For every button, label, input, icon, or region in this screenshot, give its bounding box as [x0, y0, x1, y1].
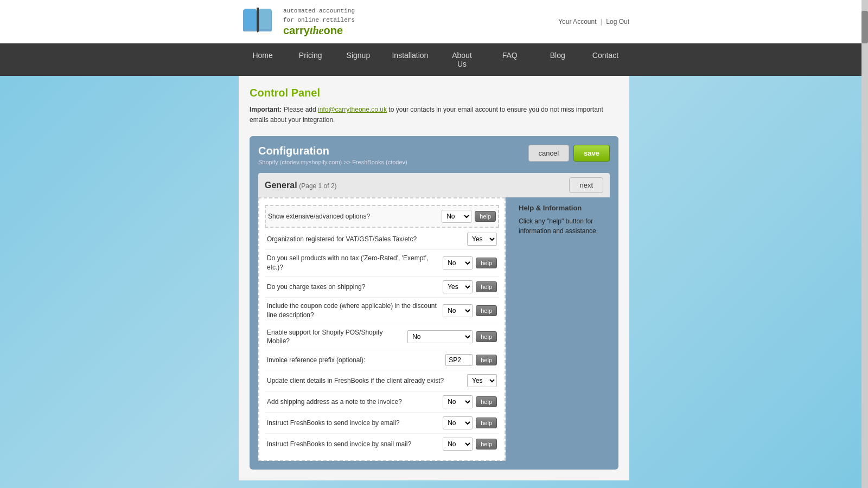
save-button[interactable]: save [573, 145, 610, 162]
table-row: Instruct FreshBooks to send invoice by s… [265, 434, 499, 454]
select-vat[interactable]: Yes No [467, 233, 497, 246]
nav-item-signup[interactable]: Signup [334, 43, 382, 76]
help-button-coupon[interactable]: help [476, 305, 497, 316]
help-button-zero-rated[interactable]: help [476, 258, 497, 268]
table-row: Include the coupon code (where applicabl… [265, 298, 499, 324]
scrollbar[interactable] [861, 0, 868, 488]
select-zero-rated[interactable]: No Yes [443, 256, 473, 269]
table-row: Show extensive/advanced options? No Yes … [265, 205, 499, 228]
nav-item-blog[interactable]: Blog [534, 43, 582, 76]
form-section: Show extensive/advanced options? No Yes … [258, 197, 506, 461]
header-links: Your Account | Log Out [558, 18, 629, 25]
form-label-vat: Organization registered for VAT/GST/Sale… [267, 235, 463, 244]
form-label-extensive: Show extensive/advanced options? [268, 212, 437, 221]
scrollbar-thumb[interactable] [861, 11, 868, 43]
configuration-box: Configuration Shopify (ctodev.myshopify.… [250, 136, 618, 470]
config-title: Configuration [258, 145, 407, 157]
table-row: Update client details in FreshBooks if t… [265, 370, 499, 391]
nav-item-installation[interactable]: Installation [382, 43, 438, 76]
table-row: Do you charge taxes on shipping? Yes No … [265, 277, 499, 298]
form-label-invoice-prefix: Invoice reference prefix (optional): [267, 356, 441, 365]
log-out-link[interactable]: Log Out [606, 18, 629, 25]
page-title: Control Panel [250, 87, 618, 99]
help-button-send-snail[interactable]: help [476, 439, 497, 450]
help-button-extensive[interactable]: help [475, 211, 496, 222]
help-button-shipping-note[interactable]: help [476, 396, 497, 407]
select-shipping-note[interactable]: No Yes [443, 395, 473, 408]
table-row: Do you sell products with no tax ('Zero-… [265, 250, 499, 277]
important-email-link[interactable]: info@carrytheone.co.uk [318, 106, 387, 113]
select-tax-shipping[interactable]: Yes No [443, 280, 473, 293]
tagline: automated accounting for online retailer… [283, 7, 355, 24]
form-label-shipping-note: Add shipping address as a note to the in… [267, 397, 438, 407]
form-label-send-snail: Instruct FreshBooks to send invoice by s… [267, 440, 438, 449]
help-panel: Help & Information Click any "help" butt… [512, 197, 610, 461]
table-row: Add shipping address as a note to the in… [265, 391, 499, 413]
general-title: General [265, 181, 297, 190]
select-send-snail[interactable]: No Yes [443, 438, 473, 451]
general-section-header: General (Page 1 of 2) next [258, 173, 610, 197]
select-coupon[interactable]: No Yes [443, 304, 473, 317]
help-button-tax-shipping[interactable]: help [476, 281, 497, 292]
next-button[interactable]: next [569, 177, 603, 193]
input-invoice-prefix[interactable] [445, 354, 473, 366]
your-account-link[interactable]: Your Account [558, 18, 596, 25]
table-row: Instruct FreshBooks to send invoice by e… [265, 413, 499, 434]
help-button-send-email[interactable]: help [476, 418, 497, 428]
svg-rect-3 [259, 9, 271, 29]
cancel-button[interactable]: cancel [528, 145, 570, 162]
nav-item-about[interactable]: About Us [438, 43, 486, 76]
help-panel-title: Help & Information [519, 204, 603, 212]
nav-item-home[interactable]: Home [239, 43, 286, 76]
table-row: Invoice reference prefix (optional): hel… [265, 350, 499, 370]
form-label-zero-rated: Do you sell products with no tax ('Zero-… [267, 254, 438, 272]
form-label-send-email: Instruct FreshBooks to send invoice by e… [267, 419, 438, 428]
help-button-shopify-pos[interactable]: help [476, 331, 497, 342]
select-shopify-pos[interactable]: No Yes [407, 330, 473, 343]
general-page-label: (Page 1 of 2) [299, 182, 336, 190]
help-panel-text: Click any "help" button for information … [519, 216, 603, 236]
config-subtitle: Shopify (ctodev.myshopify.com) >> FreshB… [258, 159, 407, 165]
svg-rect-1 [244, 9, 256, 29]
help-button-invoice-prefix[interactable]: help [476, 355, 497, 365]
nav-item-contact[interactable]: Contact [582, 43, 629, 76]
select-send-email[interactable]: No Yes [443, 416, 473, 429]
nav-item-pricing[interactable]: Pricing [286, 43, 334, 76]
select-extensive[interactable]: No Yes [442, 210, 471, 223]
select-update-client[interactable]: Yes No [467, 374, 497, 387]
logo-book-icon [239, 5, 277, 38]
table-row: Enable support for Shopify POS/Shopify M… [265, 324, 499, 351]
form-label-tax-shipping: Do you charge taxes on shipping? [267, 282, 438, 292]
form-label-coupon: Include the coupon code (where applicabl… [267, 301, 438, 320]
logo-brand: carrytheone [283, 24, 355, 37]
important-notice: Important: Please add info@carrytheone.c… [250, 105, 618, 125]
nav-item-faq[interactable]: FAQ [486, 43, 534, 76]
table-row: Organization registered for VAT/GST/Sale… [265, 229, 499, 250]
svg-marker-4 [257, 8, 259, 33]
form-label-update-client: Update client details in FreshBooks if t… [267, 376, 463, 386]
navigation: Home Pricing Signup Installation About U… [0, 43, 868, 76]
form-label-shopify-pos: Enable support for Shopify POS/Shopify M… [267, 328, 403, 346]
